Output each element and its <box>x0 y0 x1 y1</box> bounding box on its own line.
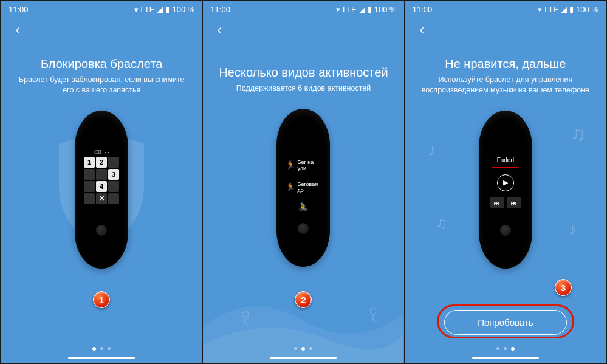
running-icon: 🏃 <box>286 161 295 170</box>
prev-track-icon: ⏮ <box>490 197 504 208</box>
dot-1[interactable] <box>92 347 96 351</box>
network-label: LTE <box>141 5 155 14</box>
keypad-1: 1 <box>84 157 95 168</box>
step-badge-1: 1 <box>93 291 110 308</box>
dot-2[interactable] <box>301 347 305 351</box>
dot-1[interactable] <box>294 347 297 350</box>
wifi-icon: ▾ <box>336 5 340 14</box>
page-title: Не нравится, дальше <box>445 57 566 71</box>
activity-row: 🏃 Бег на ули <box>285 156 321 174</box>
status-time: 11:00 <box>9 5 29 14</box>
next-track-icon: ⏭ <box>507 197 521 208</box>
signal-icon: ◢ <box>561 5 567 14</box>
battery-icon: ▮ <box>368 5 372 14</box>
page-subtitle: Браслет будет заблокирован, если вы сним… <box>13 75 190 95</box>
status-right: ▾ LTE ◢ ▮ 100 % <box>538 5 598 14</box>
app-bar <box>1 17 202 44</box>
wifi-icon: ▾ <box>538 5 542 14</box>
android-navbar[interactable] <box>203 353 403 362</box>
back-button[interactable] <box>6 18 30 43</box>
activity-label: Беговая до <box>297 181 320 193</box>
status-bar: 11:00 ▾ LTE ◢ ▮ 100 % <box>203 1 403 17</box>
activity-label: Бег на ули <box>297 159 320 171</box>
band-image: Faded ▶ ⏮ ⏭ <box>463 108 548 272</box>
dot-3[interactable] <box>309 347 312 350</box>
keypad-close: ✕ <box>96 193 107 204</box>
dot-3[interactable] <box>108 347 111 350</box>
band-home-button <box>298 223 309 234</box>
dot-1[interactable] <box>496 347 499 350</box>
activity-row: 🏃 Беговая до <box>285 178 321 196</box>
battery-icon: ▮ <box>569 5 574 14</box>
signal-icon: ◢ <box>157 5 163 14</box>
step-badge-3: 3 <box>555 279 572 296</box>
page-subtitle: Поддерживается 6 видов активностей <box>236 83 371 94</box>
play-icon: ▶ <box>497 174 514 191</box>
battery-icon: ▮ <box>165 5 170 14</box>
status-time: 11:00 <box>210 5 230 14</box>
status-right: ▾ LTE ◢ ▮ 100 % <box>336 5 397 14</box>
status-bar: 11:00 ▾ LTE ◢ ▮ 100 % <box>405 1 606 17</box>
track-title: Faded <box>497 157 514 163</box>
network-label: LTE <box>544 5 558 14</box>
signal-icon: ◢ <box>359 5 365 14</box>
battery-label: 100 % <box>374 5 397 14</box>
page-title: Несколько видов активностей <box>219 66 388 80</box>
activity-row: 🚴 <box>285 200 321 215</box>
onboarding-screen-1: 11:00 ▾ LTE ◢ ▮ 100 % Блокировка браслет… <box>1 1 202 363</box>
app-bar <box>405 17 606 44</box>
progress-line <box>492 167 519 168</box>
music-note-icon: ♫ <box>436 214 448 233</box>
page-dots <box>1 347 202 351</box>
android-navbar[interactable] <box>405 353 606 362</box>
network-label: LTE <box>343 5 357 14</box>
music-note-icon: ♪ <box>428 141 436 160</box>
band-home-button <box>96 225 107 236</box>
treadmill-icon: 🏃 <box>286 183 295 191</box>
page-subtitle: Используйте браслет для управления воспр… <box>417 75 594 95</box>
cycling-icon: 🚴 <box>299 203 307 211</box>
status-time: 11:00 <box>413 5 433 14</box>
back-button[interactable] <box>208 18 232 43</box>
dot-3[interactable] <box>511 347 515 351</box>
app-bar <box>203 17 403 44</box>
page-dots <box>203 347 403 351</box>
band-screen-music: Faded ▶ ⏮ ⏭ <box>485 146 526 228</box>
keypad-2: 2 <box>96 157 107 168</box>
keypad-4: 4 <box>96 181 107 192</box>
page-dots <box>405 347 606 351</box>
dot-2[interactable] <box>100 347 103 350</box>
band-image: 🏃 Бег на ули 🏃 Беговая до 🚴 <box>261 106 346 270</box>
page-title: Блокировка браслета <box>41 57 162 71</box>
music-note-icon: ♫ <box>571 123 585 145</box>
band-image: ⌫• • 1 2 3 4 ✕ <box>59 108 144 272</box>
battery-label: 100 % <box>576 5 598 14</box>
band-home-button <box>500 225 511 236</box>
back-button[interactable] <box>410 18 434 43</box>
content: Блокировка браслета Браслет будет заблок… <box>1 44 202 363</box>
status-right: ▾ LTE ◢ ▮ 100 % <box>134 5 195 14</box>
wifi-icon: ▾ <box>134 5 139 14</box>
dot-2[interactable] <box>504 347 507 350</box>
music-note-icon: ♪ <box>569 220 577 239</box>
android-navbar[interactable] <box>1 353 202 362</box>
content: Несколько видов активностей Поддерживает… <box>203 44 403 363</box>
keypad-3: 3 <box>108 169 119 180</box>
try-button[interactable]: Попробовать <box>444 310 566 335</box>
band-screen-activity: 🏃 Бег на ули 🏃 Беговая до 🚴 <box>283 144 324 227</box>
onboarding-screen-2: 11:00 ▾ LTE ◢ ▮ 100 % Несколько видов ак… <box>203 1 403 363</box>
status-bar: 11:00 ▾ LTE ◢ ▮ 100 % <box>1 1 202 17</box>
band-screen-lock: ⌫• • 1 2 3 4 ✕ <box>81 146 122 228</box>
onboarding-screen-3: 11:00 ▾ LTE ◢ ▮ 100 % ♪ ♫ ♫ ♪ Не нравитс… <box>405 1 606 363</box>
battery-label: 100 % <box>172 5 194 14</box>
